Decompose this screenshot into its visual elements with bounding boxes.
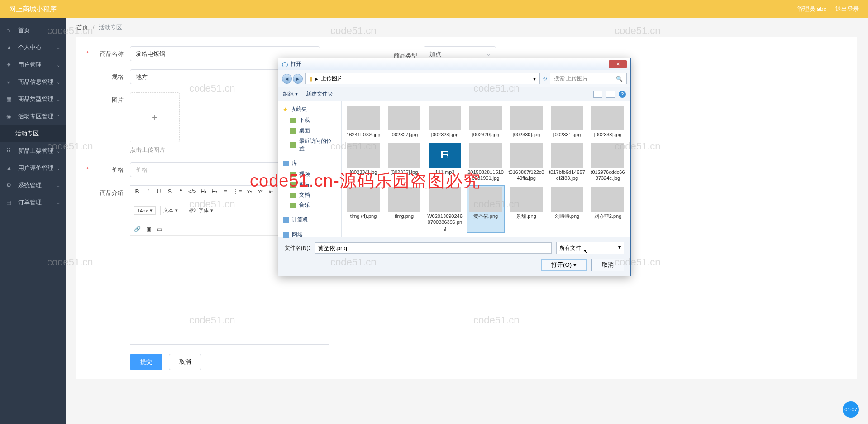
upload-box[interactable]: + [130,92,180,142]
file-thumb [591,187,624,212]
sidebar-item-9[interactable]: ▤订单管理⌄ [0,194,66,211]
sidebar-item-0[interactable]: ⌂首页 [0,22,66,39]
dialog-sidebar: ★收藏夹下载桌面最近访问的位置库视频图片文档音乐计算机网络 [278,101,342,237]
dlg-side-item[interactable]: 桌面 [278,125,341,136]
fontsize-select[interactable]: 14px▾ [134,206,156,215]
help-icon[interactable]: ? [619,91,626,98]
dlg-side-item[interactable]: 下载 [278,115,341,125]
file-name: timg (4).png [345,213,382,219]
file-name: [002333].jpg [590,132,626,138]
preview-pane-button[interactable] [606,91,615,98]
open-button[interactable]: 打开(O) ▾ [541,259,587,271]
dlg-side-item[interactable]: 音乐 [278,200,341,211]
sidebar-icon: ♀ [6,79,14,85]
h2-btn[interactable]: H₂ [211,188,218,195]
dlg-side-group[interactable]: 计算机 [278,214,341,226]
dlg-side-item[interactable]: 图片 [278,179,341,190]
underline-btn[interactable]: U [156,188,162,195]
file-item[interactable]: [002329].jpg [467,104,505,140]
sidebar-sub-active[interactable]: 活动专区 [0,125,66,142]
sidebar-item-6[interactable]: ⠿新品上架管理⌄ [0,142,66,159]
italic-btn[interactable]: I [145,188,151,195]
new-folder-button[interactable]: 新建文件夹 [306,90,333,98]
organize-button[interactable]: 组织 ▾ [283,90,298,98]
nav-back-button[interactable]: ◄ [282,74,292,84]
search-input[interactable]: 搜索 上传图片 🔍 [550,73,627,84]
file-item[interactable]: 🎞111.mp3 [426,141,464,183]
file-item[interactable]: [002335].jpg [385,141,423,183]
logout-link[interactable]: 退出登录 [835,5,859,13]
file-item[interactable]: [002327].jpg [385,104,423,140]
fontfamily-select[interactable]: 标准字体▾ [186,206,216,215]
refresh-button[interactable]: ↻ [543,76,547,82]
strike-btn[interactable]: S [167,188,173,195]
file-item[interactable]: 刘亦菲2.png [589,185,627,233]
cancel-button[interactable]: 取消 [169,354,201,370]
indent-btn[interactable]: ⇤ [268,188,274,195]
h1-btn[interactable]: H₁ [200,188,207,195]
dlg-side-item[interactable]: 视频 [278,169,341,179]
file-item[interactable]: [002328].jpg [426,104,464,140]
file-item[interactable]: [002331].jpg [548,104,586,140]
file-item[interactable]: 景甜.png [507,185,545,233]
dlg-side-item[interactable]: 文档 [278,190,341,200]
image-btn[interactable]: ▣ [145,226,152,232]
filename-input[interactable] [315,242,552,254]
sidebar-item-2[interactable]: ✈用户管理⌄ [0,56,66,73]
dlg-side-group[interactable]: ★收藏夹 [278,104,341,115]
format-select[interactable]: 文本▾ [160,206,181,215]
ol-btn[interactable]: ≡ [222,188,229,195]
code-btn[interactable]: </> [188,188,196,195]
dlg-side-group[interactable]: 库 [278,158,341,169]
file-name: 刘诗诗.png [549,213,585,219]
path-bar[interactable]: ▮ ▸ 上传图片 ▾ [305,73,540,84]
bold-btn[interactable]: B [134,188,140,195]
sidebar-item-8[interactable]: ⚙系统管理⌄ [0,177,66,194]
path-current: 上传图片 [321,75,343,82]
file-item[interactable]: [002334].jpg [344,141,382,183]
sidebar-label: 系统管理 [18,181,42,189]
file-item[interactable]: t012976cddc6637324e.jpg [589,141,627,183]
breadcrumb-home[interactable]: 首页 [76,24,88,31]
sidebar-item-7[interactable]: ▲用户评价管理⌄ [0,159,66,177]
nav-forward-button[interactable]: ► [293,74,303,84]
quote-btn[interactable]: ❝ [177,188,184,195]
file-item[interactable]: [002333].jpg [589,104,627,140]
sidebar-item-1[interactable]: ▲个人中心⌄ [0,39,66,56]
sidebar-item-3[interactable]: ♀商品信息管理⌄ [0,73,66,91]
sidebar-icon: ▲ [6,44,14,51]
file-item[interactable]: timg (4).png [344,185,382,233]
sub-btn[interactable]: x₂ [246,188,253,195]
file-item[interactable]: 黄圣依.png [467,185,505,233]
sidebar-label: 活动专区管理 [18,112,53,120]
ul-btn[interactable]: ⋮≡ [233,188,242,195]
file-item[interactable]: [002330].jpg [507,104,545,140]
file-item[interactable]: t017bfb9d14657ef2f83.jpg [548,141,586,183]
file-item[interactable]: W020130902460700386396.png [426,185,464,233]
dialog-cancel-button[interactable]: 取消 [591,259,624,271]
file-thumb [551,106,583,130]
chevron-icon: ⌄ [57,45,60,50]
dlg-side-item[interactable]: 最近访问的位置 [278,136,341,154]
sidebar-item-4[interactable]: ▦商品类型管理⌄ [0,91,66,108]
sidebar-item-5[interactable]: ◉活动专区管理⌃ [0,108,66,125]
filetype-select[interactable]: 所有文件▾ [556,242,624,254]
view-mode-button[interactable] [593,91,602,98]
file-item[interactable]: 刘诗诗.png [548,185,586,233]
file-thumb [510,143,543,168]
video-btn[interactable]: ▭ [156,226,162,232]
file-item[interactable]: t0163807f122c040ffa.jpg [507,141,545,183]
sup-btn[interactable]: x² [257,188,263,195]
file-item[interactable]: timg.png [385,185,423,233]
chevron-icon: ⌃ [57,114,60,119]
file-item[interactable]: 20150828115106081961.jpg [467,141,505,183]
submit-button[interactable]: 提交 [130,354,162,370]
sidebar-label: 商品信息管理 [18,78,53,86]
dialog-close-button[interactable]: ✕ [609,60,627,68]
app-title: 网上商城小程序 [9,5,57,14]
file-item[interactable]: 16241L0XS.jpg [344,104,382,140]
file-thumb [469,187,502,212]
dlg-side-group[interactable]: 网络 [278,229,341,241]
link-btn[interactable]: 🔗 [134,226,141,232]
file-thumb [347,187,380,212]
